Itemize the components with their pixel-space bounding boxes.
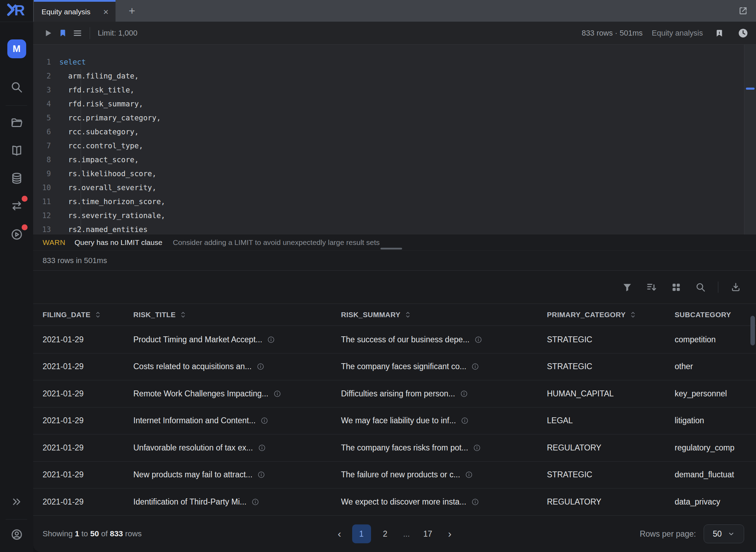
workspace-initial: M [13,44,21,54]
search-results-button[interactable] [694,280,707,294]
vertical-scrollbar-thumb[interactable] [750,316,755,345]
info-icon[interactable] [267,336,275,344]
cell-text: New products may fail to attract... [133,470,252,479]
query-name: Equity analysis [652,29,703,38]
cell-primary-category: HUMAN_CAPITAL [547,389,675,398]
horizontal-scrollbar-thumb[interactable] [380,248,402,249]
column-header-risk-summary[interactable]: RISK_SUMMARY [341,311,547,319]
workspace-avatar[interactable]: M [7,39,26,58]
cell-filing-date: 2021-01-29 [43,389,133,398]
sidebar-item-files[interactable] [9,115,24,130]
download-icon [731,282,741,292]
database-icon [10,172,23,185]
query-menu-button[interactable] [70,26,85,40]
editor-annotation-lane[interactable] [744,45,756,234]
sidebar-divider [6,105,27,106]
info-icon[interactable] [251,498,259,506]
line-number: 11 [33,197,59,206]
table-row[interactable]: 2021-01-29 Remote Work Challenges Impact… [33,380,756,408]
cell-subcategory: other [675,362,756,371]
table-row[interactable]: 2021-01-29 Unfavorable resolution of tax… [33,434,756,462]
info-icon[interactable] [465,471,473,479]
warning-level-badge: WARN [43,238,65,247]
sidebar-item-runs[interactable] [9,227,24,242]
info-icon[interactable] [473,444,481,452]
cell-text: The success of our business depe... [341,335,469,344]
sort-chevrons-icon [405,311,411,319]
showing-to-word: to [81,529,88,538]
info-icon[interactable] [257,363,265,371]
sidebar-item-docs[interactable] [9,143,24,158]
cell-risk-title: Remote Work Challenges Impacting... [133,389,341,398]
code-line: 3 rfd.risk_title, [33,83,756,97]
page-button-17[interactable]: 17 [418,524,437,543]
tab-strip: Equity analysis × + [33,0,756,22]
next-page-button[interactable]: › [442,524,458,543]
line-number: 12 [33,211,59,220]
cell-risk-title: New products may fail to attract... [133,470,341,479]
book-icon [10,144,23,157]
column-header-risk-title[interactable]: RISK_TITLE [133,311,341,319]
line-number: 2 [33,72,59,80]
line-number: 9 [33,170,59,178]
info-icon[interactable] [273,390,281,398]
saved-queries-button[interactable] [712,26,727,40]
sidebar-item-database[interactable] [9,171,24,186]
rows-per-page-select[interactable]: 50 [704,524,744,543]
info-icon[interactable] [260,417,268,425]
cell-subcategory: data_privacy [675,497,756,507]
columns-button[interactable] [669,280,683,294]
new-tab-button[interactable]: + [124,0,140,22]
line-number: 8 [33,156,59,164]
info-icon[interactable] [460,390,468,398]
brand-logo-icon: R [7,2,27,18]
table-row[interactable]: 2021-01-29 New products may fail to attr… [33,462,756,489]
sidebar-item-transfers[interactable] [9,198,24,214]
expand-sidebar-button[interactable] [9,494,24,509]
account-button[interactable] [9,527,24,542]
column-label: PRIMARY_CATEGORY [547,311,625,319]
sort-button[interactable] [645,280,659,294]
info-icon[interactable] [257,471,265,479]
table-row[interactable]: 2021-01-29 Internet Information and Cont… [33,408,756,435]
open-external-button[interactable] [736,3,750,18]
info-icon[interactable] [471,363,479,371]
cell-text: Difficulties arising from person... [341,389,455,398]
prev-page-button[interactable]: ‹ [332,524,347,543]
app-logo[interactable]: R [7,2,27,19]
download-button[interactable] [729,280,743,294]
info-icon[interactable] [258,444,266,452]
line-number: 4 [33,100,59,108]
table-row[interactable]: 2021-01-29 Product Timing and Market Acc… [33,326,756,353]
table-row[interactable]: 2021-01-29 Costs related to acquisitions… [33,353,756,381]
info-icon[interactable] [474,336,482,344]
code-line: 1select [33,55,756,69]
line-number: 1 [33,58,59,66]
info-icon[interactable] [471,498,479,506]
code-text: rcc.control_type, [59,142,143,150]
column-header-primary-category[interactable]: PRIMARY_CATEGORY [547,311,675,319]
tab-equity-analysis[interactable]: Equity analysis × [34,0,116,22]
tab-close-button[interactable]: × [103,7,109,16]
showing-summary: Showing 1 to 50 of 833 rows [43,529,142,538]
bookmark-query-button[interactable] [55,26,70,40]
info-icon[interactable] [461,417,469,425]
page-button-2[interactable]: 2 [376,524,395,543]
notification-dot [22,196,28,202]
toolbar-right: 833 rows · 501ms Equity analysis [581,26,750,40]
sidebar-item-search[interactable] [9,80,24,95]
result-status-row: 833 rows in 501ms [33,251,756,271]
cell-text: The company faces significant co... [341,362,466,371]
column-header-filing-date[interactable]: FILING_DATE [43,311,133,319]
cell-risk-summary: The failure of new products or c... [341,470,547,479]
cell-primary-category: STRATEGIC [547,335,675,344]
sql-editor[interactable]: 1select 2 arm.filing_date, 3 rfd.risk_ti… [33,45,756,234]
run-query-button[interactable] [41,26,55,40]
page-button-1[interactable]: 1 [352,524,371,543]
column-label: RISK_TITLE [133,311,176,319]
showing-of-word: of [101,529,108,538]
table-row[interactable]: 2021-01-29 Identification of Third-Party… [33,488,756,516]
history-button[interactable] [736,26,750,40]
filter-button[interactable] [620,280,634,294]
column-header-subcategory[interactable]: SUBCATEGORY [675,311,756,319]
